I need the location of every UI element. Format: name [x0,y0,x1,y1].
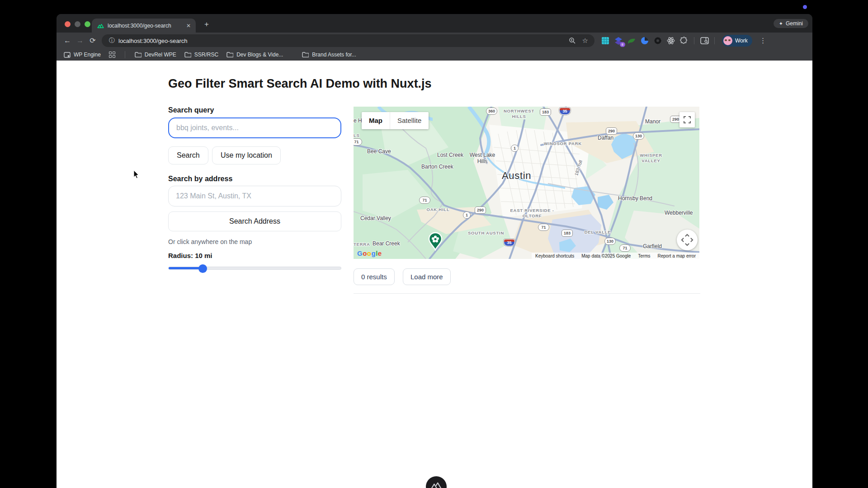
map-town-label: West Lake Hills [467,152,497,165]
map-area-label: WINDSOR PARK [538,141,588,146]
map-town-label: Bear Creek [373,240,400,247]
profile-chip[interactable]: Work [722,35,752,47]
apps-grid-icon [109,52,115,58]
map-town-label: Daffan [598,135,613,141]
map-type-satellite-button[interactable]: Satellite [390,112,429,129]
map-area-label: EAST RIVERSIDE - OLTORF [509,208,555,219]
map-canvas [354,107,699,259]
reload-button[interactable]: ⟳ [86,34,99,47]
bookmark-label: WP Engine [74,52,101,58]
map-type-map-button[interactable]: Map [362,112,390,129]
side-panel-icon[interactable] [700,36,709,45]
pie-extension-icon[interactable] [640,36,649,45]
map-area-label: DEL VALLE [580,230,616,235]
map-town-label: Bee Cave [367,148,391,155]
grid-extension-icon[interactable] [601,36,610,45]
interstate-badge: 35 [559,108,571,115]
bookmark-label: Dev Blogs & Vide... [236,52,283,58]
map-area-label: OAK HILL [422,207,454,212]
bookmark-apps-grid[interactable] [109,52,115,58]
radius-slider-thumb[interactable] [198,264,207,273]
extensions-puzzle-icon[interactable] [679,36,689,45]
use-my-location-button[interactable]: Use my location [212,146,281,164]
url-text[interactable]: localhost:3000/geo-search [118,38,569,44]
route-badge: 130 [604,238,616,245]
atom-extension-icon[interactable] [666,36,675,45]
gemini-button[interactable]: ✦ Gemini [774,19,808,28]
bookmark-folder-ssr[interactable]: SSR/RSC [184,52,218,58]
browser-window: localhost:3000/geo-search ✕ + ✦ Gemini ←… [57,14,812,488]
bookmark-folder-brand[interactable]: Brand Assets for... [302,52,356,58]
bookmark-folder-devrel[interactable]: DevRel WPE [135,52,176,58]
fullscreen-icon [684,116,691,123]
google-letter: o [367,249,372,257]
google-logo[interactable]: Google [357,249,382,257]
map-partial-label: LS [354,133,360,138]
minimize-window-button[interactable] [75,21,80,27]
section-divider [354,293,700,294]
address-input[interactable] [168,186,341,206]
route-badge: 1 [511,145,519,152]
extensions-row: 8 Work [601,35,767,47]
browser-menu-button[interactable]: ⋮ [759,37,767,45]
google-letter: g [372,249,376,257]
route-badge: 130 [633,132,644,140]
pan-arrows-icon [681,234,693,246]
report-map-error-link[interactable]: Report a map error [658,253,696,258]
google-map[interactable]: NORTHWEST HILLS Manor Daffan WINDSOR PAR… [354,107,699,259]
zoom-lens-icon[interactable] [569,37,576,44]
search-query-input[interactable] [168,117,341,138]
browser-toolbar: ← → ⟳ ⓘ localhost:3000/geo-search ☆ [57,33,812,49]
keyboard-shortcuts-link[interactable]: Keyboard shortcuts [535,253,574,258]
radius-label: Radius: 10 mi [168,252,212,259]
profile-label: Work [735,38,748,44]
search-address-label: Search by address [168,175,232,183]
map-data-text: Map data ©2025 Google [581,253,631,258]
route-badge: 290 [606,127,617,135]
site-window-icon [64,52,71,58]
bookmark-wp-engine[interactable]: WP Engine [64,52,101,58]
bookmark-star-icon[interactable]: ☆ [582,37,588,45]
layers-extension-icon[interactable]: 8 [614,36,623,45]
mouse-cursor [133,170,140,179]
map-marker-pin[interactable] [427,232,443,251]
google-letter: e [378,249,382,257]
back-button[interactable]: ← [61,34,74,47]
map-town-label: Lost Creek [437,152,463,158]
gear-extension-icon[interactable] [653,36,662,45]
forward-button[interactable]: → [74,34,86,47]
search-button[interactable]: Search [168,146,208,164]
site-info-icon[interactable]: ⓘ [109,37,115,45]
tab-close-icon[interactable]: ✕ [185,22,192,29]
nuxt-favicon-icon [97,23,104,28]
route-badge: 183 [540,108,551,116]
map-pan-control[interactable] [677,230,698,250]
tab-strip: localhost:3000/geo-search ✕ + ✦ Gemini [57,14,812,33]
profile-avatar [723,36,732,45]
nuxt-devtools-button[interactable] [426,476,447,488]
bookmark-folder-devblogs[interactable]: Dev Blogs & Vide... [226,52,283,58]
window-controls [65,21,90,27]
map-area-label: NORTHWEST HILLS [503,108,535,119]
folder-icon [226,52,233,57]
close-window-button[interactable] [65,21,71,27]
zoom-window-button[interactable] [85,21,90,27]
folder-icon [184,52,191,57]
bookmark-label: SSR/RSC [194,52,218,58]
active-tab[interactable]: localhost:3000/geo-search ✕ [92,19,196,33]
new-tab-button[interactable]: + [201,19,212,30]
map-town-label: Manor [645,118,660,125]
map-town-label: Garfield [643,243,662,249]
map-hint-text: Or click anywhere on the map [168,238,252,245]
search-query-label: Search query [168,106,214,114]
map-fullscreen-button[interactable] [679,112,695,127]
radius-slider[interactable] [168,267,341,270]
map-town-label: Cedar Valley [360,215,391,221]
address-bar[interactable]: ⓘ localhost:3000/geo-search ☆ [102,34,594,47]
map-town-label: Webberville [665,210,693,216]
toolbar-separator [714,37,715,44]
terms-link[interactable]: Terms [638,253,650,258]
search-address-button[interactable]: Search Address [168,211,341,231]
load-more-button[interactable]: Load more [403,268,451,285]
leaf-extension-icon[interactable] [627,36,636,45]
